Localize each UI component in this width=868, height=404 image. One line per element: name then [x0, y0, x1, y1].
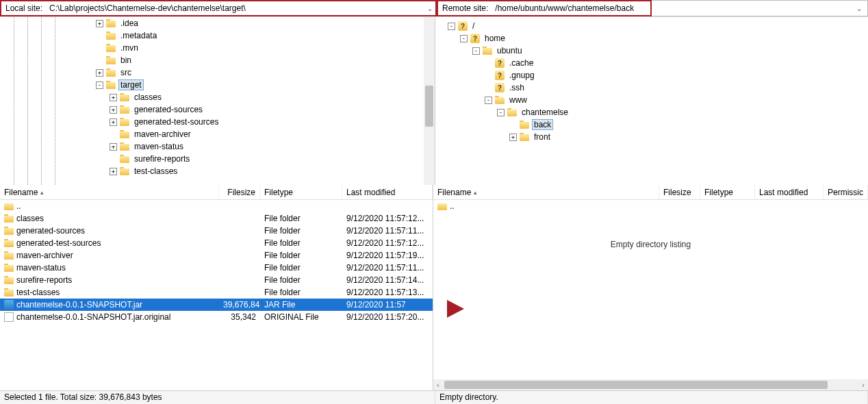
horizontal-scrollbar[interactable]: ‹ ›: [433, 379, 868, 390]
col-filename[interactable]: Filename▴: [0, 185, 219, 199]
collapse-icon[interactable]: -: [472, 47, 480, 55]
tree-label[interactable]: maven-status: [132, 141, 186, 152]
tree-node[interactable]: +maven-status: [0, 140, 220, 153]
expand-icon[interactable]: +: [110, 118, 117, 126]
local-tree-pane[interactable]: +.idea.metadata.mvnbin+src-target+classe…: [0, 17, 435, 185]
expander-placeholder: [485, 60, 492, 67]
tree-node[interactable]: +generated-sources: [0, 103, 220, 116]
collapse-icon[interactable]: -: [448, 23, 455, 30]
col-filesize[interactable]: Filesize: [219, 185, 260, 199]
tree-label[interactable]: test-classes: [132, 166, 179, 177]
file-type: File folder: [260, 263, 342, 273]
col-lastmod[interactable]: Last modified: [342, 185, 433, 199]
list-row[interactable]: maven-statusFile folder9/12/2020 11:57:1…: [0, 262, 433, 274]
tree-label[interactable]: home: [483, 33, 507, 44]
tree-label[interactable]: target: [118, 79, 144, 90]
tree-node[interactable]: maven-archiver: [0, 128, 220, 140]
expand-icon[interactable]: +: [96, 20, 103, 27]
tree-label[interactable]: .cache: [507, 58, 535, 68]
tree-label[interactable]: generated-test-sources: [132, 116, 220, 127]
list-row[interactable]: chantemelse-0.0.1-SNAPSHOT.jar.original3…: [0, 311, 433, 323]
tree-node[interactable]: surefire-reports: [0, 153, 220, 165]
tree-label[interactable]: back: [532, 119, 553, 130]
up-icon: [4, 201, 14, 211]
expander-placeholder: [96, 57, 103, 64]
expand-icon[interactable]: +: [96, 69, 103, 77]
unknown-folder-icon: ?: [495, 71, 505, 80]
collapse-icon[interactable]: -: [96, 81, 103, 89]
remote-tree-pane[interactable]: -?/-?home-ubuntu?.cache?.gnupg?.ssh-www-…: [435, 17, 868, 185]
list-row[interactable]: generated-test-sourcesFile folder9/12/20…: [0, 237, 433, 249]
tree-node[interactable]: ?.ssh: [441, 81, 570, 94]
list-row[interactable]: maven-archiverFile folder9/12/2020 11:57…: [0, 249, 433, 262]
scrollbar-icon[interactable]: [424, 17, 435, 185]
expand-icon[interactable]: +: [110, 168, 117, 175]
file-modified: 9/12/2020 11:57:12...: [342, 238, 433, 248]
expand-icon[interactable]: +: [110, 106, 117, 114]
list-item-up[interactable]: ..: [433, 200, 868, 212]
tree-node[interactable]: +.idea: [0, 17, 220, 29]
expander-placeholder: [96, 45, 103, 52]
expander-placeholder: [110, 131, 117, 138]
tree-node[interactable]: .mvn: [0, 42, 220, 54]
collapse-icon[interactable]: -: [460, 35, 468, 42]
expand-icon[interactable]: +: [110, 94, 117, 101]
tree-label[interactable]: www: [507, 94, 529, 105]
tree-node[interactable]: back: [441, 118, 570, 131]
col-r-filename[interactable]: Filename▴: [433, 185, 659, 199]
tree-node[interactable]: +front: [441, 131, 570, 143]
expander-placeholder: [485, 72, 492, 79]
tree-node[interactable]: ?.gnupg: [441, 69, 570, 81]
list-row[interactable]: surefire-reportsFile folder9/12/2020 11:…: [0, 274, 433, 286]
col-r-perms[interactable]: Permissic: [824, 185, 868, 199]
list-row[interactable]: chantemelse-0.0.1-SNAPSHOT.jar39,676,843…: [0, 299, 433, 311]
col-r-filesize[interactable]: Filesize: [659, 185, 700, 199]
col-r-filetype[interactable]: Filetype: [700, 185, 755, 199]
col-r-lastmod[interactable]: Last modified: [755, 185, 824, 199]
tree-label[interactable]: classes: [132, 92, 164, 103]
tree-node[interactable]: -ubuntu: [441, 45, 570, 57]
tree-label[interactable]: .idea: [118, 18, 140, 29]
list-row[interactable]: ..: [0, 200, 433, 212]
local-site-input[interactable]: [47, 1, 424, 15]
tree-node[interactable]: +generated-test-sources: [0, 116, 220, 128]
remote-site-input[interactable]: [492, 1, 650, 15]
tree-label[interactable]: surefire-reports: [132, 153, 192, 164]
tree-label[interactable]: chantemelse: [520, 107, 570, 118]
tree-node[interactable]: +test-classes: [0, 165, 220, 177]
collapse-icon[interactable]: -: [497, 109, 505, 116]
tree-label[interactable]: bin: [118, 55, 133, 66]
tree-label[interactable]: .metadata: [118, 30, 159, 41]
tree-node[interactable]: bin: [0, 54, 220, 66]
tree-label[interactable]: ubuntu: [495, 45, 524, 56]
folder-icon: [4, 214, 14, 223]
tree-label[interactable]: .ssh: [507, 82, 526, 93]
tree-node[interactable]: -www: [441, 94, 570, 106]
tree-node[interactable]: .metadata: [0, 29, 220, 42]
list-row[interactable]: classesFile folder9/12/2020 11:57:12...: [0, 212, 433, 225]
tree-node[interactable]: -?/: [441, 20, 570, 32]
list-row[interactable]: generated-sourcesFile folder9/12/2020 11…: [0, 225, 433, 237]
local-site-dropdown-icon[interactable]: ⌄: [424, 5, 435, 12]
tree-node[interactable]: -target: [0, 79, 220, 91]
file-modified: 9/12/2020 11:57:14...: [342, 275, 433, 285]
tree-label[interactable]: generated-sources: [132, 104, 205, 115]
expand-icon[interactable]: +: [509, 134, 517, 141]
remote-site-dropdown-icon[interactable]: ⌄: [854, 5, 865, 12]
tree-label[interactable]: /: [470, 21, 476, 31]
tree-node[interactable]: -?home: [441, 32, 570, 45]
tree-label[interactable]: src: [118, 67, 133, 78]
tree-node[interactable]: +src: [0, 66, 220, 79]
tree-node[interactable]: +classes: [0, 91, 220, 103]
tree-label[interactable]: .mvn: [118, 42, 140, 53]
list-row[interactable]: test-classesFile folder9/12/2020 11:57:1…: [0, 286, 433, 299]
expand-icon[interactable]: +: [110, 143, 117, 151]
tree-node[interactable]: ?.cache: [441, 57, 570, 69]
collapse-icon[interactable]: -: [485, 97, 492, 104]
tree-node[interactable]: -chantemelse: [441, 106, 570, 118]
tree-label[interactable]: maven-archiver: [132, 129, 193, 140]
folder-icon: [120, 105, 129, 114]
col-filetype[interactable]: Filetype: [260, 185, 342, 199]
tree-label[interactable]: .gnupg: [507, 70, 537, 81]
tree-label[interactable]: front: [532, 131, 552, 142]
